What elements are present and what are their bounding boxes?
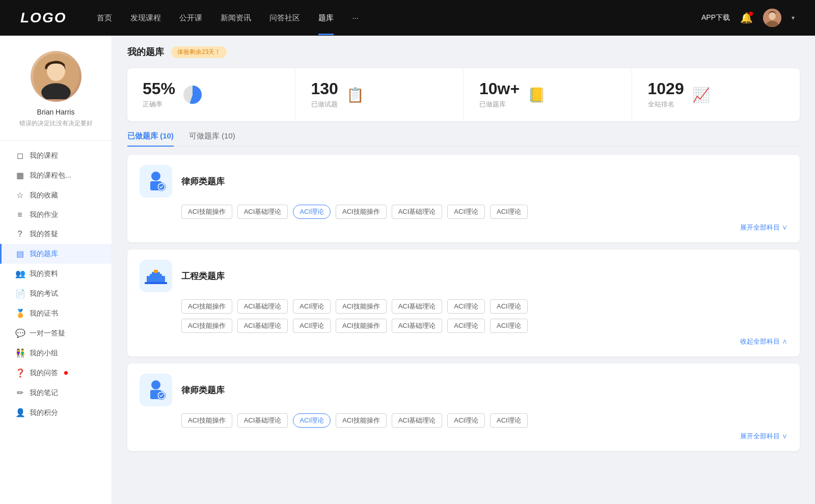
sidebar-item-question-bank[interactable]: ▤ 我的题库 — [0, 244, 112, 264]
sidebar-item-certificate[interactable]: 🏅 我的证书 — [0, 303, 112, 323]
app-download-button[interactable]: APP下载 — [701, 13, 730, 22]
ranking-icon: 📈 — [692, 87, 710, 103]
tag-6[interactable]: ACI理论 — [490, 205, 528, 219]
l2-tag-4[interactable]: ACI基础理论 — [392, 413, 443, 428]
page-header: 我的题库 体验剩余23天！ — [127, 46, 800, 58]
eng-tag-9[interactable]: ACI理论 — [293, 319, 331, 333]
nav-open-course[interactable]: 公开课 — [179, 11, 202, 25]
svg-rect-12 — [154, 270, 158, 273]
collapse-link-engineer[interactable]: 收起全部科目 ∧ — [140, 337, 787, 346]
eng-tag-4[interactable]: ACI基础理论 — [392, 299, 443, 314]
svg-rect-10 — [150, 274, 162, 282]
profile-motto: 错误的决定比没有决定要好 — [19, 119, 93, 128]
bank-title-engineer: 工程类题库 — [181, 270, 225, 282]
nav-home[interactable]: 首页 — [97, 11, 112, 25]
l2-tag-1[interactable]: ACI基础理论 — [237, 413, 288, 428]
tab-done-banks[interactable]: 已做题库 (10) — [127, 131, 174, 146]
accuracy-value: 55% — [143, 80, 175, 97]
homework-icon: ≡ — [15, 210, 24, 219]
sidebar-item-my-notes[interactable]: ✏ 我的笔记 — [0, 383, 112, 403]
main-nav: 首页 发现课程 公开课 新闻资讯 问答社区 题库 ··· — [97, 11, 701, 25]
trial-badge: 体验剩余23天！ — [171, 46, 227, 58]
stat-done-banks: 10w+ 已做题库 📒 — [464, 68, 632, 121]
main-content: 我的题库 体验剩余23天！ 55% 正确率 130 已做试题 📋 — [112, 36, 815, 504]
sidebar-item-course-package[interactable]: ▦ 我的课程包... — [0, 165, 112, 185]
sidebar-item-my-group[interactable]: 👫 我的小组 — [0, 343, 112, 363]
expand-link-lawyer-1[interactable]: 展开全部科目 ∨ — [140, 223, 787, 232]
eng-tag-8[interactable]: ACI基础理论 — [237, 319, 288, 333]
sidebar-item-my-points[interactable]: 👤 我的积分 — [0, 403, 112, 423]
bank-title-lawyer-2: 律师类题库 — [181, 384, 225, 396]
page-title: 我的题库 — [127, 46, 164, 58]
tag-3[interactable]: ACI技能操作 — [336, 205, 387, 219]
courses-icon: ◻ — [15, 151, 24, 160]
svg-point-16 — [151, 380, 160, 389]
expand-link-lawyer-2[interactable]: 展开全部科目 ∨ — [140, 432, 787, 441]
header: LOGO 首页 发现课程 公开课 新闻资讯 问答社区 题库 ··· APP下载 … — [0, 0, 815, 36]
nav-qa[interactable]: 问答社区 — [269, 11, 300, 25]
notes-icon: ✏ — [15, 388, 24, 398]
sidebar-item-my-questions[interactable]: ❓ 我的问答 — [0, 363, 112, 383]
tag-4[interactable]: ACI基础理论 — [392, 205, 443, 219]
profile-name: Brian Harris — [37, 108, 75, 116]
done-questions-value: 130 — [311, 80, 338, 97]
engineer-icon-wrap — [140, 260, 172, 292]
ranking-label: 全站排名 — [648, 100, 684, 109]
bank-title-lawyer-1: 律师类题库 — [181, 176, 225, 187]
accuracy-label: 正确率 — [143, 100, 175, 109]
tag-1[interactable]: ACI基础理论 — [237, 205, 288, 219]
eng-tag-1[interactable]: ACI基础理论 — [237, 299, 288, 314]
sidebar-item-my-data[interactable]: 👥 我的资料 — [0, 264, 112, 284]
nav-discover[interactable]: 发现课程 — [130, 11, 161, 25]
bank-tags-lawyer-1: ACI技能操作 ACI基础理论 ACI理论 ACI技能操作 ACI基础理论 AC… — [181, 205, 787, 219]
l2-tag-0[interactable]: ACI技能操作 — [181, 413, 232, 428]
nav-news[interactable]: 新闻资讯 — [221, 11, 251, 25]
tag-5[interactable]: ACI理论 — [447, 205, 485, 219]
sidebar-item-my-exam[interactable]: 📄 我的考试 — [0, 284, 112, 303]
lawyer-2-icon — [145, 379, 167, 401]
eng-tag-6[interactable]: ACI理论 — [490, 299, 528, 314]
logo: LOGO — [20, 10, 66, 26]
done-banks-label: 已做题库 — [479, 100, 520, 109]
eng-tag-0[interactable]: ACI技能操作 — [181, 299, 232, 314]
tag-2-active[interactable]: ACI理论 — [293, 205, 331, 219]
eng-tag-5[interactable]: ACI理论 — [447, 299, 485, 314]
avatar[interactable] — [763, 9, 781, 27]
lawyer-2-icon-wrap — [140, 374, 172, 406]
question-bank-icon: ▤ — [15, 249, 24, 259]
eng-tag-10[interactable]: ACI技能操作 — [336, 319, 387, 333]
eng-tag-13[interactable]: ACI理论 — [490, 319, 528, 333]
sidebar-item-my-courses[interactable]: ◻ 我的课程 — [0, 146, 112, 165]
star-icon: ☆ — [15, 190, 24, 200]
nav-questionbank[interactable]: 题库 — [318, 11, 334, 25]
course-package-icon: ▦ — [15, 171, 24, 180]
questions-icon: ❓ — [15, 368, 24, 378]
eng-tag-7[interactable]: ACI技能操作 — [181, 319, 232, 333]
page-layout: Brian Harris 错误的决定比没有决定要好 ◻ 我的课程 ▦ 我的课程包… — [0, 36, 815, 504]
notification-bell-icon[interactable]: 🔔 — [740, 12, 753, 24]
tag-0[interactable]: ACI技能操作 — [181, 205, 232, 219]
profile-section: Brian Harris 错误的决定比没有决定要好 — [0, 51, 112, 141]
ranking-value: 1029 — [648, 80, 684, 97]
nav-more[interactable]: ··· — [352, 11, 359, 25]
lawyer-icon-wrap — [140, 165, 172, 198]
l2-tag-6[interactable]: ACI理论 — [490, 413, 528, 428]
group-icon: 👫 — [15, 348, 24, 358]
eng-tag-3[interactable]: ACI技能操作 — [336, 299, 387, 314]
l2-tag-5[interactable]: ACI理论 — [447, 413, 485, 428]
l2-tag-3[interactable]: ACI技能操作 — [336, 413, 387, 428]
sidebar-item-favorites[interactable]: ☆ 我的收藏 — [0, 185, 112, 205]
sidebar-item-homework[interactable]: ≡ 我的作业 — [0, 205, 112, 225]
eng-tag-11[interactable]: ACI基础理论 — [392, 319, 443, 333]
sidebar-item-one-on-one[interactable]: 💬 一对一答疑 — [0, 323, 112, 343]
l2-tag-2-active[interactable]: ACI理论 — [293, 413, 331, 428]
sidebar-item-my-qa[interactable]: ? 我的答疑 — [0, 225, 112, 244]
tab-available-banks[interactable]: 可做题库 (10) — [189, 131, 235, 146]
notification-dot — [749, 12, 753, 16]
user-dropdown-icon[interactable]: ▾ — [792, 14, 795, 21]
sidebar: Brian Harris 错误的决定比没有决定要好 ◻ 我的课程 ▦ 我的课程包… — [0, 36, 112, 504]
done-banks-icon: 📒 — [528, 87, 546, 103]
accuracy-chart-icon — [183, 86, 202, 104]
eng-tag-12[interactable]: ACI理论 — [447, 319, 485, 333]
eng-tag-2[interactable]: ACI理论 — [293, 299, 331, 314]
